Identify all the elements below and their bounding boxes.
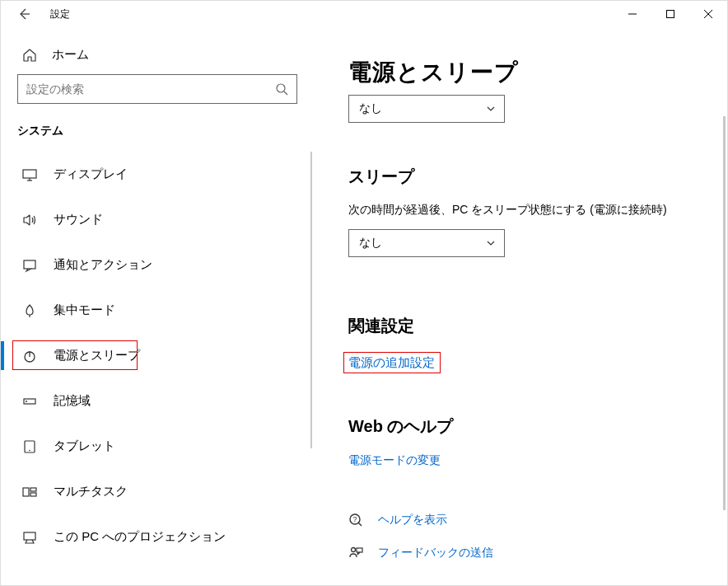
search-icon bbox=[275, 82, 288, 96]
sleep-description: 次の時間が経過後、PC をスリープ状態にする (電源に接続時) bbox=[348, 203, 693, 218]
nav-label: マルチタスク bbox=[54, 484, 128, 499]
close-button[interactable] bbox=[689, 1, 727, 27]
webhelp-section-title: Web のヘルプ bbox=[348, 415, 693, 438]
search-box[interactable] bbox=[17, 74, 297, 104]
feedback-icon bbox=[348, 546, 363, 560]
svg-rect-10 bbox=[24, 260, 35, 269]
nav-label: 記憶域 bbox=[54, 393, 91, 409]
sound-icon bbox=[22, 213, 37, 227]
nav-item-notifications[interactable]: 通知とアクション bbox=[1, 242, 314, 288]
sidebar: ホーム システム ディスプレイ bbox=[1, 27, 314, 585]
chevron-down-icon bbox=[486, 104, 496, 114]
category-label: システム bbox=[1, 124, 314, 152]
nav-item-tablet[interactable]: タブレット bbox=[1, 424, 314, 469]
svg-point-14 bbox=[26, 401, 27, 402]
window-title: 設定 bbox=[50, 7, 70, 21]
svg-rect-20 bbox=[24, 532, 35, 540]
nav-item-multitask[interactable]: マルチタスク bbox=[1, 469, 314, 514]
nav-label: 集中モード bbox=[54, 302, 115, 318]
nav-item-sound[interactable]: サウンド bbox=[1, 197, 314, 242]
nav-label: 通知とアクション bbox=[54, 257, 152, 273]
highlight-annotation bbox=[12, 340, 138, 370]
back-button[interactable] bbox=[7, 1, 40, 27]
nav-item-storage[interactable]: 記憶域 bbox=[1, 378, 314, 424]
monitor-icon bbox=[22, 167, 37, 182]
storage-icon bbox=[22, 394, 37, 409]
sleep-timeout-select[interactable]: なし bbox=[348, 229, 505, 257]
nav-label: サウンド bbox=[54, 212, 103, 227]
chevron-down-icon bbox=[486, 238, 496, 248]
page-title: 電源とスリープ bbox=[348, 57, 693, 88]
projection-icon bbox=[22, 530, 37, 545]
nav-list: ディスプレイ サウンド 通知とアクション 集中モード bbox=[1, 152, 314, 560]
main-scrollbar[interactable] bbox=[723, 116, 726, 510]
nav-label: ディスプレイ bbox=[54, 166, 128, 182]
svg-rect-18 bbox=[30, 488, 36, 491]
svg-rect-7 bbox=[23, 170, 36, 178]
maximize-button[interactable] bbox=[651, 1, 689, 27]
home-label: ホーム bbox=[52, 47, 89, 63]
help-icon: ? bbox=[348, 513, 363, 527]
minimize-button[interactable] bbox=[614, 1, 651, 27]
multitask-icon bbox=[22, 485, 37, 499]
nav-item-power[interactable]: 電源とスリープ bbox=[1, 333, 314, 378]
svg-point-5 bbox=[277, 84, 285, 92]
search-input[interactable] bbox=[26, 82, 262, 96]
screen-timeout-select[interactable]: なし bbox=[348, 95, 505, 123]
home-icon bbox=[22, 48, 37, 63]
nav-item-display[interactable]: ディスプレイ bbox=[1, 152, 314, 197]
home-nav[interactable]: ホーム bbox=[1, 40, 314, 74]
nav-label: この PC へのプロジェクション bbox=[54, 529, 226, 545]
notification-icon bbox=[22, 258, 37, 273]
related-section-title: 関連設定 bbox=[348, 315, 693, 337]
main-content: 電源とスリープ なし スリープ 次の時間が経過後、PC をスリープ状態にする (… bbox=[314, 27, 727, 585]
select-value: なし bbox=[359, 101, 382, 116]
nav-label: タブレット bbox=[54, 438, 115, 454]
svg-rect-19 bbox=[30, 493, 36, 496]
svg-rect-24 bbox=[357, 548, 362, 552]
highlight-annotation bbox=[343, 352, 441, 373]
power-mode-link[interactable]: 電源モードの変更 bbox=[348, 453, 441, 466]
feedback-link[interactable]: フィードバックの送信 bbox=[378, 546, 493, 560]
select-value: なし bbox=[359, 236, 382, 251]
svg-point-23 bbox=[352, 548, 356, 552]
svg-line-6 bbox=[284, 91, 287, 95]
svg-rect-2 bbox=[667, 11, 674, 18]
svg-text:?: ? bbox=[352, 515, 357, 523]
get-help-link[interactable]: ヘルプを表示 bbox=[378, 513, 447, 527]
sleep-section-title: スリープ bbox=[348, 166, 693, 188]
svg-point-16 bbox=[29, 449, 30, 451]
tablet-icon bbox=[22, 439, 37, 454]
nav-item-focus[interactable]: 集中モード bbox=[1, 288, 314, 333]
focus-icon bbox=[22, 303, 37, 318]
svg-rect-17 bbox=[23, 488, 29, 496]
nav-item-projection[interactable]: この PC へのプロジェクション bbox=[1, 514, 314, 560]
